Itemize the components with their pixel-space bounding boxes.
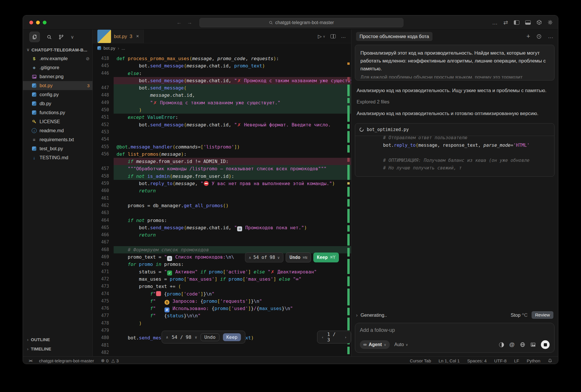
- notifications-bell-icon[interactable]: [548, 359, 552, 363]
- close-tab-icon[interactable]: ×: [136, 33, 139, 39]
- zoom-window-button[interactable]: [43, 21, 47, 24]
- statusbar-spaces-4[interactable]: Spaces: 4: [467, 358, 487, 363]
- file-row-requirements-txt[interactable]: ≡requirements.txt: [23, 135, 92, 144]
- project-root-row[interactable]: ∨ CHATGPT-TELEGRAM-B...: [23, 44, 92, 54]
- attach-image-icon[interactable]: [530, 342, 536, 347]
- file-row-banner-png[interactable]: banner.png: [23, 72, 92, 81]
- history-forward-icon[interactable]: →: [187, 19, 192, 26]
- code-line-476[interactable]: 476 f" # Использовано: {promo['used']}/{…: [93, 305, 351, 312]
- code-line-466[interactable]: 466 return: [93, 231, 351, 239]
- next-file-icon[interactable]: ›: [344, 335, 347, 339]
- code-line-472[interactable]: 472 max_uses = promo['max_uses'] if prom…: [93, 275, 351, 283]
- run-python-file-button[interactable]: ▷ ∨: [318, 33, 325, 40]
- followup-input[interactable]: Add a follow-up: [360, 327, 550, 333]
- breadcrumb[interactable]: bot.py › ...: [93, 43, 351, 53]
- file-row-db-py[interactable]: db.py: [23, 99, 92, 108]
- code-line-454[interactable]: 454: [93, 136, 351, 143]
- new-chat-icon[interactable]: +: [526, 33, 530, 40]
- next-diff-icon[interactable]: ∨: [195, 335, 197, 339]
- file-row-test-bot-py[interactable]: test_bot.py: [23, 144, 92, 153]
- split-editor-icon[interactable]: [330, 34, 336, 38]
- code-line-458[interactable]: 458 if not is_admin(message.from_user.id…: [93, 173, 351, 180]
- expand-chevron-icon[interactable]: ›: [356, 312, 358, 318]
- problems-errors[interactable]: ⊗ 0: [101, 358, 108, 363]
- code-line-474[interactable]: 474 f" {promo['code']}\n": [93, 290, 351, 298]
- explorer-files-icon[interactable]: [29, 32, 40, 42]
- code-line-447[interactable]: 447 bot.send_message(: [93, 84, 351, 92]
- code-line-456[interactable]: 456def list_promos(message):: [93, 151, 351, 158]
- close-window-button[interactable]: [29, 21, 33, 24]
- code-line-482[interactable]: 482: [93, 349, 351, 356]
- review-button[interactable]: Review: [532, 311, 553, 319]
- breadcrumb-file[interactable]: bot.py: [103, 46, 115, 51]
- code-line-450[interactable]: 450 ): [93, 106, 351, 114]
- outline-section[interactable]: ›OUTLINE: [27, 335, 92, 344]
- remote-window-icon[interactable]: ><: [29, 359, 32, 363]
- code-line-477[interactable]: 477 f" {status}\n\n": [93, 312, 351, 319]
- code-line-478[interactable]: 478 ): [93, 320, 351, 327]
- code-line-460[interactable]: 460 return: [93, 187, 351, 194]
- web-globe-icon[interactable]: [520, 342, 525, 347]
- swap-panels-icon[interactable]: ⇄: [503, 20, 508, 25]
- code-line-459[interactable]: 459 bot.reply_to(message, " У вас нет пр…: [93, 180, 351, 187]
- extensions-cube-icon[interactable]: [537, 20, 542, 25]
- settings-gear-icon[interactable]: [548, 20, 553, 25]
- keep-diff-button[interactable]: Keep⌘Y: [313, 253, 339, 262]
- more-actions-icon[interactable]: …: [492, 20, 498, 25]
- code-line-deleted[interactable]: if message.from_user.id != ADMIN_ID:: [93, 158, 351, 165]
- stop-generating-button[interactable]: Stop ^C: [511, 312, 528, 318]
- context-usage-icon[interactable]: [499, 342, 504, 347]
- file-row-testing-md[interactable]: ↓TESTING.md: [23, 153, 92, 162]
- code-line-453[interactable]: 453: [93, 128, 351, 136]
- source-control-branch-icon[interactable]: [59, 35, 64, 40]
- code-line-448[interactable]: 448 message.chat.id,: [93, 92, 351, 99]
- stop-send-button[interactable]: [541, 340, 550, 349]
- code-line-452[interactable]: 452 bot.send_message(message.chat.id, "✗…: [93, 121, 351, 128]
- code-line-457[interactable]: 457 """Обработчик команды /listpromo — п…: [93, 165, 351, 172]
- code-line-471[interactable]: 471 status = "✓ Активен" if promo['activ…: [93, 268, 351, 275]
- prev-file-icon[interactable]: ‹: [321, 335, 324, 339]
- code-line-461[interactable]: 461: [93, 195, 351, 202]
- code-line-473[interactable]: 473 promo_text += (: [93, 283, 351, 290]
- file-row--env-example[interactable]: $.env.example⊘: [23, 54, 92, 63]
- chat-input-box[interactable]: Add a follow-up ∞ Agent ∨ Auto ∨: [355, 323, 555, 353]
- code-line-418[interactable]: 418def process_promo_max_uses(message, p…: [93, 55, 351, 62]
- code-line-446[interactable]: 446 else:: [93, 70, 351, 77]
- overview-ruler[interactable]: [347, 53, 350, 356]
- toggle-bottom-panel-icon[interactable]: [525, 20, 531, 25]
- file-row-readme-md[interactable]: ireadme.md: [23, 126, 92, 135]
- explored-files-label[interactable]: Explored 2 files: [357, 99, 553, 105]
- tab-bot-py[interactable]: bot.py 3 ×: [93, 30, 144, 43]
- history-clock-icon[interactable]: [537, 34, 541, 39]
- statusbar-ln-1-col-1[interactable]: Ln 1, Col 1: [439, 358, 460, 363]
- agent-mode-dropdown[interactable]: ∞ Agent ∨: [360, 340, 390, 349]
- code-line-463[interactable]: 463: [93, 209, 351, 216]
- diff-counter[interactable]: ∧ 54 of 98 ∨: [245, 253, 283, 262]
- chat-session-tab[interactable]: Простое объяснение кода бота: [356, 32, 432, 41]
- user-message-card[interactable]: Проанализируй этот код на производительн…: [355, 45, 555, 80]
- model-dropdown[interactable]: Auto ∨: [394, 342, 408, 347]
- file-row-license[interactable]: LICENSE: [23, 117, 92, 126]
- breadcrumb-symbol[interactable]: ...: [121, 46, 125, 51]
- more-views-chevron-icon[interactable]: ∨: [71, 34, 74, 40]
- code-line-455[interactable]: 455@bot.message_handler(commands=['listp…: [93, 143, 351, 151]
- minimize-window-button[interactable]: [36, 21, 40, 24]
- chat-more-actions-icon[interactable]: …: [548, 33, 553, 40]
- keep-all-button[interactable]: Keep: [223, 333, 241, 341]
- workspace-name[interactable]: chatgpt-telegram-bot-master: [39, 358, 94, 363]
- history-back-icon[interactable]: ←: [176, 19, 182, 26]
- statusbar-python[interactable]: Python: [527, 358, 540, 363]
- command-center-search[interactable]: chatgpt-telegram-bot-master: [199, 18, 403, 27]
- file-row-bot-py[interactable]: bot.py3: [23, 81, 92, 90]
- timeline-section[interactable]: ›TIMELINE: [27, 344, 92, 353]
- statusbar-lf[interactable]: LF: [514, 358, 519, 363]
- code-editor[interactable]: 418def process_promo_max_uses(message, p…: [93, 53, 351, 356]
- code-line-445[interactable]: 445 bot.send_message(message.chat.id, pr…: [93, 62, 351, 69]
- editor-more-actions-icon[interactable]: …: [341, 33, 346, 39]
- toggle-left-panel-icon[interactable]: [514, 20, 519, 25]
- code-line-451[interactable]: 451 except ValueError:: [93, 114, 351, 121]
- code-line-465[interactable]: 465 bot.send_message(message.chat.id, "≡…: [93, 224, 351, 231]
- search-panel-icon[interactable]: [47, 35, 52, 40]
- file-row-config-py[interactable]: config.py: [23, 90, 92, 99]
- file-row-functions-py[interactable]: functions.py: [23, 108, 92, 117]
